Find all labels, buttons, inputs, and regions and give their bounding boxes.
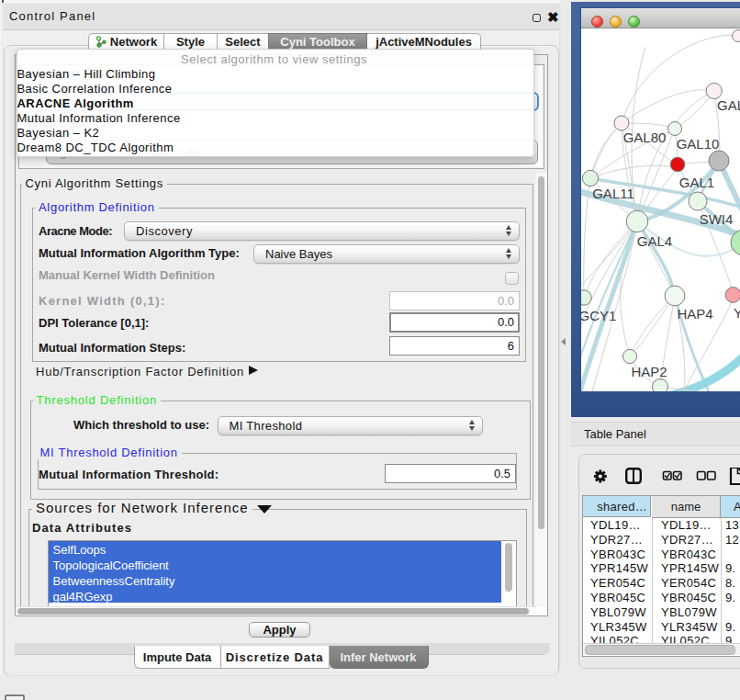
svg-text:GAL10: GAL10 <box>677 136 720 152</box>
svg-text:GCY1: GCY1 <box>581 308 616 323</box>
svg-text:GAL1: GAL1 <box>679 175 714 190</box>
svg-text:HAP2: HAP2 <box>631 364 667 379</box>
svg-text:GAL4: GAL4 <box>637 233 672 249</box>
svg-text:GAL80: GAL80 <box>623 130 667 145</box>
svg-text:SWI4: SWI4 <box>700 211 734 227</box>
svg-text:GAL7: GAL7 <box>717 97 740 113</box>
svg-text:YLR: YLR <box>734 305 740 321</box>
svg-text:GAL11: GAL11 <box>592 186 634 201</box>
svg-text:HAP4: HAP4 <box>677 306 712 322</box>
